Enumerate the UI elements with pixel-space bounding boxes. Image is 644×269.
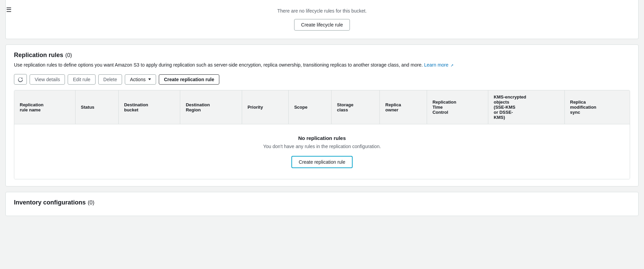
inventory-section-count: (0): [88, 200, 95, 206]
col-header-kms-encrypted: KMS-encryptedobjects(SSE-KMSor DSSE-KMS): [488, 90, 564, 124]
create-replication-rule-button-empty[interactable]: Create replication rule: [291, 156, 353, 168]
refresh-icon: [18, 77, 23, 82]
empty-state-row: No replication rules You don't have any …: [14, 124, 630, 179]
replication-learn-more-link[interactable]: Learn more ➚: [424, 62, 453, 68]
refresh-button[interactable]: [14, 74, 27, 85]
replication-rules-table: Replicationrule name Status Destinationb…: [14, 90, 630, 179]
col-header-status: Status: [75, 90, 118, 124]
inventory-section-title: Inventory configurations: [14, 199, 86, 206]
col-header-scope: Scope: [289, 90, 332, 124]
col-header-storage-class: Storageclass: [332, 90, 380, 124]
replication-empty-state: No replication rules You don't have any …: [14, 124, 630, 179]
empty-state-description: You don't have any rules in the replicat…: [25, 144, 619, 149]
hamburger-menu-icon[interactable]: ☰: [6, 6, 12, 14]
actions-dropdown-button[interactable]: Actions: [125, 74, 156, 85]
lifecycle-section: There are no lifecycle rules for this bu…: [5, 0, 639, 39]
lifecycle-no-rules-text: There are no lifecycle rules for this bu…: [277, 8, 367, 14]
view-details-button[interactable]: View details: [30, 74, 65, 85]
replication-section-header: Replication rules (0): [14, 52, 630, 59]
col-header-replication-time-control: ReplicationTimeControl: [427, 90, 488, 124]
col-header-destination-bucket: Destinationbucket: [118, 90, 180, 124]
col-header-rule-name: Replicationrule name: [14, 90, 75, 124]
col-header-destination-region: DestinationRegion: [180, 90, 242, 124]
delete-button[interactable]: Delete: [98, 74, 122, 85]
replication-section-description: Use replication rules to define options …: [14, 61, 630, 69]
create-lifecycle-rule-button[interactable]: Create lifecycle rule: [294, 19, 350, 31]
replication-table-body: No replication rules You don't have any …: [14, 124, 630, 179]
replication-rules-table-wrapper: Replicationrule name Status Destinationb…: [14, 90, 630, 179]
col-header-priority: Priority: [242, 90, 288, 124]
col-header-replica-modification-sync: Replicamodificationsync: [564, 90, 630, 124]
create-replication-rule-button-toolbar[interactable]: Create replication rule: [159, 74, 219, 85]
replication-section-count: (0): [65, 52, 72, 58]
replication-section-title: Replication rules: [14, 52, 63, 59]
external-link-icon: ➚: [451, 62, 454, 68]
replication-toolbar: View details Edit rule Delete Actions Cr…: [14, 74, 630, 85]
col-header-replica-owner: Replicaowner: [380, 90, 427, 124]
edit-rule-button[interactable]: Edit rule: [68, 74, 95, 85]
chevron-down-icon: [148, 78, 151, 80]
empty-state-title: No replication rules: [25, 135, 619, 141]
inventory-configurations-section: Inventory configurations (0): [5, 192, 639, 216]
inventory-section-header: Inventory configurations (0): [14, 199, 630, 206]
replication-rules-section: Replication rules (0) Use replication ru…: [5, 44, 639, 186]
replication-table-header: Replicationrule name Status Destinationb…: [14, 90, 630, 124]
